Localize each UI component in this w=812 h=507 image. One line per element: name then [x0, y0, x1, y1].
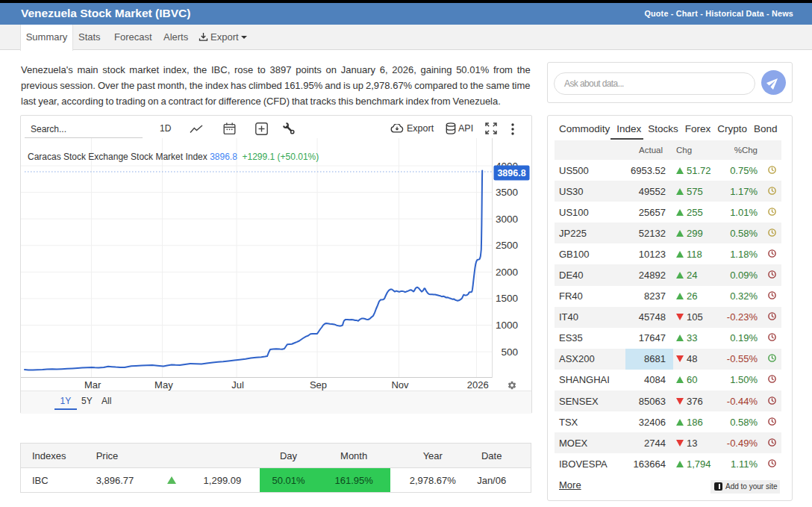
svg-text:2026: 2026 [467, 379, 489, 391]
svg-text:3896.8: 3896.8 [497, 168, 525, 178]
svg-text:Nov: Nov [391, 379, 409, 391]
svg-text:1000: 1000 [496, 320, 518, 331]
svg-text:3500: 3500 [496, 187, 518, 198]
svg-text:May: May [154, 379, 173, 391]
svg-text:Jul: Jul [231, 379, 244, 391]
svg-text:Mar: Mar [84, 379, 102, 391]
svg-text:2500: 2500 [496, 240, 518, 251]
svg-text:2000: 2000 [496, 267, 518, 278]
svg-text:1500: 1500 [496, 293, 518, 304]
svg-text:Sep: Sep [310, 379, 327, 391]
svg-text:3000: 3000 [496, 214, 518, 225]
svg-text:500: 500 [501, 346, 518, 358]
